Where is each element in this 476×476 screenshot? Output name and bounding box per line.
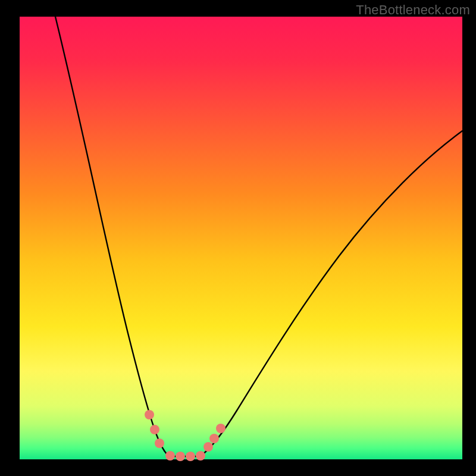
marker [176, 452, 185, 461]
marker [203, 442, 213, 452]
marker [196, 451, 205, 461]
marker [145, 410, 154, 419]
marker [186, 452, 195, 461]
bottleneck-chart-svg [0, 0, 476, 476]
chart-container: TheBottleneck.com [0, 0, 476, 476]
plot-area [20, 17, 462, 459]
marker [165, 451, 175, 461]
marker [150, 425, 159, 434]
watermark-text: TheBottleneck.com [356, 2, 470, 18]
marker [216, 424, 226, 433]
marker [209, 434, 219, 443]
marker [155, 439, 164, 448]
